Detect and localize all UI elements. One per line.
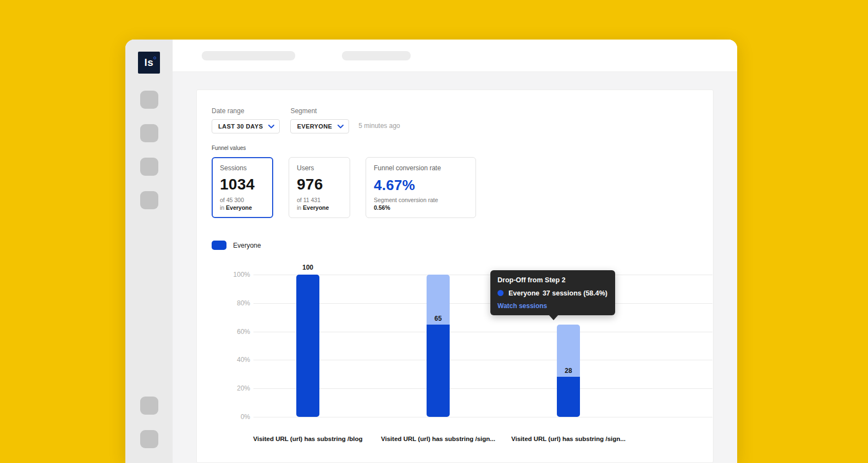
metric-value: 1034: [220, 176, 265, 193]
app-logo[interactable]: ls: [138, 52, 160, 74]
gridline: [253, 332, 712, 332]
y-axis-tick: 20%: [237, 384, 250, 392]
sidebar-nav-bottom: [140, 397, 158, 448]
chart-legend: Everyone: [212, 241, 698, 250]
segment-value: EVERYONE: [297, 123, 332, 130]
metric-card-conversion-rate[interactable]: Funnel conversion rate 4.67% Segment con…: [366, 157, 476, 218]
y-axis-tick: 100%: [233, 271, 250, 278]
sidebar-item-placeholder-5[interactable]: [140, 397, 158, 415]
chevron-down-icon: [268, 125, 274, 129]
nav-placeholder-1: [202, 51, 295, 60]
segment-dropdown[interactable]: EVERYONE: [290, 119, 349, 133]
legend-swatch-everyone: [212, 241, 226, 250]
main-area: Date range LAST 30 DAYS Segment EVERYONE: [173, 40, 737, 463]
metric-subtext: Segment conversion rate 0.56%: [374, 196, 468, 211]
funnel-report-card: Date range LAST 30 DAYS Segment EVERYONE: [196, 90, 714, 463]
y-axis-tick: 80%: [237, 299, 250, 307]
filters-row: Date range LAST 30 DAYS Segment EVERYONE: [212, 107, 698, 133]
metric-subtext: of 11 431 in Everyone: [297, 196, 342, 211]
tooltip-arrow: [549, 315, 559, 320]
sidebar-item-placeholder-6[interactable]: [140, 430, 158, 448]
sidebar-item-placeholder-2[interactable]: [140, 124, 158, 142]
metric-title: Sessions: [220, 164, 265, 172]
nav-placeholder-2: [342, 51, 411, 60]
metric-card-sessions[interactable]: Sessions 1034 of 45 300 in Everyone: [212, 157, 273, 218]
bar-value-label: 28: [552, 367, 585, 375]
last-updated-text: 5 minutes ago: [358, 122, 400, 130]
metric-value: 4.67%: [374, 177, 468, 194]
funnel-values-label: Funnel values: [212, 145, 698, 151]
logo-dot-icon: [153, 57, 156, 59]
metric-value: 976: [297, 176, 342, 193]
tooltip-title: Drop-Off from Step 2: [497, 276, 607, 284]
tooltip-series-row: Everyone 37 sessions (58.4%): [497, 289, 607, 297]
funnel-bar-step-1[interactable]: [296, 275, 319, 417]
date-range-dropdown[interactable]: LAST 30 DAYS: [212, 119, 280, 133]
gridline: [253, 388, 712, 389]
bar-value-label: 65: [422, 315, 455, 322]
app-window: ls Date range: [125, 40, 737, 463]
funnel-bar-step-2[interactable]: [427, 275, 450, 417]
metric-title: Users: [297, 164, 342, 172]
y-axis-tick: 40%: [237, 356, 250, 364]
y-axis-tick: 0%: [241, 413, 250, 421]
metric-subtext: of 45 300 in Everyone: [220, 196, 265, 211]
sidebar-item-placeholder-3[interactable]: [140, 158, 158, 176]
top-navigation: [173, 40, 737, 72]
x-axis-label: Visited URL (url) has substring /sign...: [491, 436, 645, 442]
tooltip-series-name: Everyone: [508, 289, 539, 297]
sidebar: ls: [125, 40, 173, 463]
bar-completed-segment[interactable]: [427, 325, 450, 417]
chart-tooltip: Drop-Off from Step 2 Everyone 37 session…: [490, 270, 615, 315]
gridline: [253, 303, 712, 304]
date-range-value: LAST 30 DAYS: [218, 123, 263, 130]
metric-cards-row: Sessions 1034 of 45 300 in Everyone User…: [212, 157, 698, 218]
metric-title: Funnel conversion rate: [374, 164, 468, 172]
sidebar-item-placeholder-4[interactable]: [140, 191, 158, 209]
bar-completed-segment[interactable]: [296, 275, 319, 417]
chevron-down-icon: [338, 125, 344, 129]
metric-card-users[interactable]: Users 976 of 11 431 in Everyone: [289, 157, 350, 218]
sidebar-item-placeholder-1[interactable]: [140, 91, 158, 109]
watch-sessions-link[interactable]: Watch sessions: [497, 302, 607, 310]
series-dot-icon: [497, 290, 504, 296]
gridline: [253, 360, 712, 360]
bar-completed-segment[interactable]: [557, 377, 580, 417]
funnel-chart: 100%80%60%40%20%0%100Visited URL (url) h…: [212, 263, 698, 444]
tooltip-value: 37 sessions (58.4%): [543, 289, 607, 297]
segment-label: Segment: [290, 107, 349, 115]
content-area: Date range LAST 30 DAYS Segment EVERYONE: [173, 72, 737, 463]
gridline: [253, 417, 712, 417]
date-range-label: Date range: [212, 107, 280, 115]
bar-value-label: 100: [291, 264, 324, 271]
y-axis-tick: 60%: [237, 328, 250, 336]
gridline: [253, 275, 712, 275]
legend-label: Everyone: [233, 242, 261, 249]
funnel-plot: 100%80%60%40%20%0%100Visited URL (url) h…: [253, 275, 712, 417]
app-logo-text: ls: [145, 57, 154, 69]
sidebar-nav-top: [140, 91, 158, 209]
